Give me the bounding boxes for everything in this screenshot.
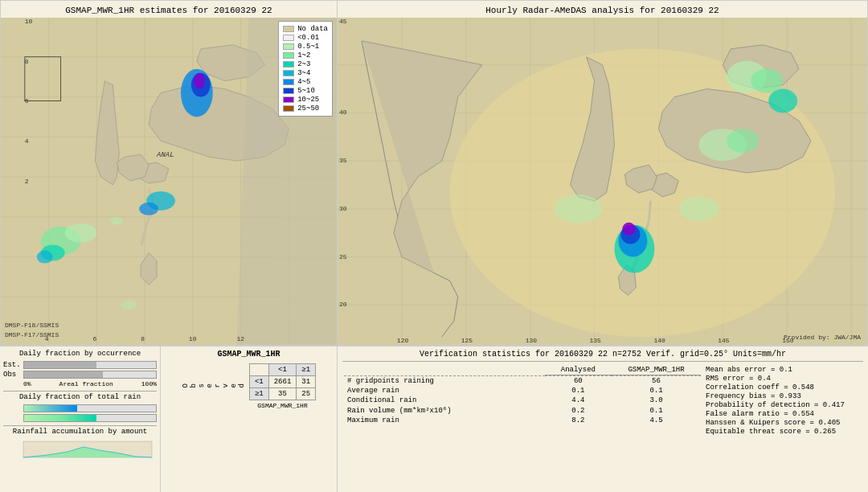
svg-text:10: 10 — [25, 18, 33, 25]
chart1-title: Daily fraction by occurrence — [3, 350, 157, 358]
dmsp-label1: DMSP-F18/SSMIS — [5, 322, 59, 329]
dmsp-label2: DMSP-F17/SSMIS — [5, 331, 59, 338]
stats-label-0: # gridpoints raining — [344, 376, 545, 386]
svg-text:125: 125 — [461, 337, 473, 344]
matrix-title: GSMAP_MWR_1HR — [164, 350, 334, 359]
stats-table: Analysed GSMAP_MWR_1HR — [344, 365, 701, 376]
svg-point-24 — [121, 300, 137, 310]
svg-text:30: 30 — [339, 205, 347, 212]
legend-item-05-1: 0.5~1 — [283, 43, 328, 51]
chart1-obs-track — [23, 371, 157, 379]
matrix-table-wrapper: <1 ≥1 <1 2661 31 ≥1 35 25 — [249, 362, 316, 409]
svg-point-54 — [751, 69, 783, 93]
chart2-est-row — [3, 404, 157, 412]
areal-fraction-label: Areal fraction — [59, 380, 113, 387]
stats-val-gsmap-2: 3.0 — [612, 396, 701, 405]
legend-item-2-3: 2~3 — [283, 60, 328, 68]
left-map-panel: GSMAP_MWR_1HR estimates for 20160329 22 — [0, 0, 338, 346]
matrix-val-lt1-gte1: 31 — [297, 376, 316, 388]
stats-header-row: Analysed GSMAP_MWR_1HR — [344, 365, 701, 375]
chart2-obs-row — [3, 414, 157, 422]
stats-label-1: Average rain — [344, 386, 545, 396]
stats-val-gsmap-1: 0.1 — [612, 386, 701, 396]
main-container: GSMAP_MWR_1HR estimates for 20160329 22 — [0, 0, 868, 492]
svg-text:2: 2 — [25, 178, 29, 185]
stats-val-gsmap-3: 0.1 — [612, 405, 701, 416]
svg-point-61 — [622, 223, 635, 236]
chart3-svg — [3, 437, 156, 461]
svg-text:40: 40 — [339, 109, 347, 116]
chart1-obs-label: Obs — [3, 371, 23, 379]
legend-item-3-4: 3~4 — [283, 69, 328, 77]
chart3-title: Rainfall accumulation by amount — [3, 428, 157, 436]
matrix-col-gte1: ≥1 — [297, 364, 316, 376]
matrix-table: <1 ≥1 <1 2661 31 ≥1 35 25 — [249, 363, 316, 400]
svg-text:6: 6 — [92, 335, 96, 342]
stats-row-4: Maximum rain 8.2 4.5 — [344, 416, 701, 425]
chart2-container — [3, 404, 157, 422]
chart1-obs-row: Obs — [3, 371, 157, 379]
pct-0: 0% — [23, 380, 31, 387]
matrix-row-label-lt1: <1 — [249, 376, 268, 388]
svg-text:120: 120 — [397, 337, 409, 344]
gsmap-col-label: GSMAP_MWR_1HR — [249, 402, 316, 409]
svg-text:135: 135 — [590, 337, 602, 344]
bottom-center-matrix: GSMAP_MWR_1HR Observed <1 ≥1 <1 2661 — [161, 346, 338, 492]
stats-label-4: Maximum rain — [344, 416, 545, 425]
divider1 — [3, 391, 157, 392]
stats-label-3: Rain volume (mm*km²x10⁶) — [344, 405, 545, 416]
svg-point-22 — [65, 223, 97, 243]
matrix-row-label-gte1: ≥1 — [249, 388, 268, 400]
stats-val-analysed-3: 0.2 — [545, 405, 612, 416]
stats-row-1: Average rain 0.1 0.1 — [344, 386, 701, 396]
verif-content: Analysed GSMAP_MWR_1HR # gridpoints rain… — [342, 363, 863, 438]
legend-item-lt001: <0.01 — [283, 34, 328, 42]
svg-text:4: 4 — [25, 137, 29, 145]
svg-point-55 — [768, 89, 797, 113]
legend-item-nodata: No data — [283, 25, 328, 33]
svg-text:140: 140 — [653, 337, 665, 344]
pct-100: 100% — [141, 380, 157, 387]
legend-item-5-10: 5~10 — [283, 87, 328, 95]
stats-row-0: # gridpoints raining 60 56 — [344, 376, 701, 386]
chart1-container: Est. Obs 0% Areal fraction 100% — [3, 361, 157, 387]
legend-item-10-25: 10~25 — [283, 96, 328, 104]
stats-val-gsmap-4: 4.5 — [612, 416, 701, 425]
stats-val-analysed-0: 60 — [545, 376, 612, 386]
divider2 — [3, 425, 157, 426]
matrix-header-row: <1 ≥1 — [249, 364, 315, 376]
verif-title: Verification statistics for 20160329 22 … — [342, 350, 863, 359]
left-map-title: GSMAP_MWR_1HR estimates for 20160329 22 — [1, 3, 337, 18]
svg-text:8: 8 — [141, 335, 145, 342]
svg-point-57 — [727, 129, 759, 153]
svg-text:8: 8 — [25, 58, 29, 65]
matrix-val-gte1-gte1: 25 — [297, 388, 316, 400]
right-map-svg: 45 40 35 30 25 20 120 125 130 135 140 14… — [338, 17, 867, 345]
stats-row-3: Rain volume (mm*km²x10⁶) 0.2 0.1 — [344, 405, 701, 416]
legend-item-25-50: 25~50 — [283, 105, 328, 113]
matrix-wrapper: Observed <1 ≥1 <1 2661 31 — [164, 362, 334, 409]
stat-hanssen: Hanssen & Kuipers score = 0.405 — [706, 419, 860, 427]
chart2-title: Daily fraction of total rain — [3, 393, 157, 401]
stats-label-2: Conditional rain — [344, 396, 545, 405]
stat-false-alarm: False alarm ratio = 0.554 — [706, 410, 860, 418]
stat-freq-bias: Frequency bias = 0.933 — [706, 392, 860, 400]
stat-prob-detection: Probability of detection = 0.417 — [706, 401, 860, 409]
obs-vertical-label: Observed — [182, 383, 246, 387]
stat-equitable: Equitable threat score = 0.265 — [706, 428, 860, 436]
stats-val-gsmap-0: 56 — [612, 376, 701, 386]
svg-point-16 — [194, 73, 205, 89]
svg-text:6: 6 — [25, 97, 29, 105]
chart1-est-label: Est. — [3, 361, 23, 369]
bottom-right-stats: Verification statistics for 20160329 22 … — [338, 346, 868, 492]
legend-box: No data <0.01 0.5~1 1~2 2~3 — [278, 21, 333, 117]
matrix-val-lt1-lt1: 2661 — [268, 376, 297, 388]
svg-text:130: 130 — [526, 337, 538, 344]
stat-correlation: Correlation coeff = 0.548 — [706, 383, 860, 392]
svg-text:20: 20 — [339, 301, 347, 308]
stats-val-analysed-2: 4.4 — [545, 396, 612, 405]
chart3-area — [3, 437, 157, 461]
bottom-left-charts: Daily fraction by occurrence Est. Obs 0% — [0, 346, 161, 492]
provided-by: Provided by: JWA/JMA — [784, 334, 861, 341]
verif-divider — [342, 361, 863, 362]
